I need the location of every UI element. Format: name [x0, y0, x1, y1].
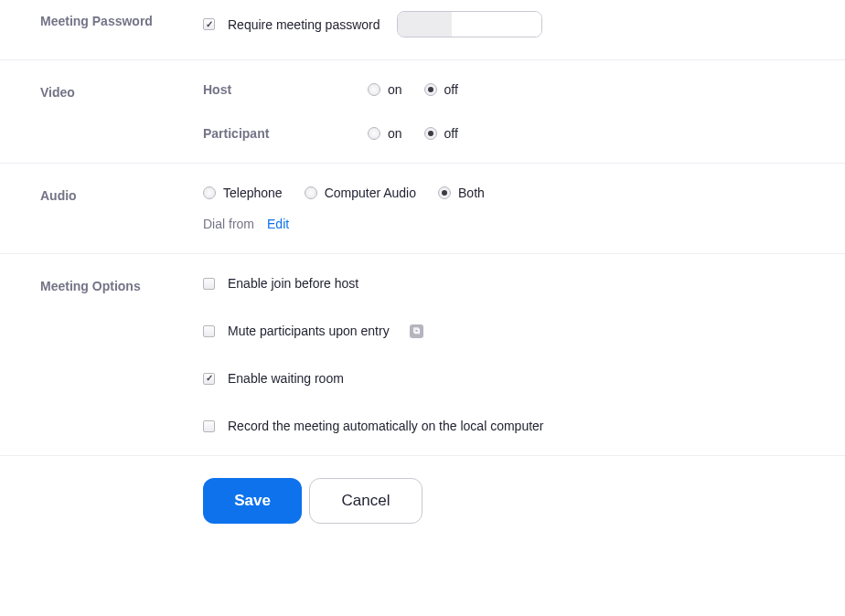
- checkbox-box-icon: [203, 373, 215, 385]
- section-video: Video Host on off Participant on: [0, 60, 845, 164]
- radio-host-on[interactable]: on: [368, 82, 402, 97]
- section-meeting-password: Meeting Password Require meeting passwor…: [0, 0, 845, 60]
- radio-audio-telephone[interactable]: Telephone: [203, 186, 283, 200]
- checkbox-box-icon: [203, 278, 215, 290]
- radio-host-off[interactable]: off: [424, 82, 458, 97]
- edit-link[interactable]: Edit: [267, 217, 289, 231]
- label-participant: Participant: [203, 126, 368, 141]
- password-input-prefix: [398, 12, 452, 37]
- radio-audio-computer[interactable]: Computer Audio: [305, 186, 416, 200]
- label-host: Host: [203, 82, 368, 97]
- checkbox-box-icon: [203, 18, 215, 30]
- checkbox-waiting-room[interactable]: Enable waiting room: [203, 371, 845, 386]
- checkbox-join-before-host[interactable]: Enable join before host: [203, 276, 845, 291]
- password-input[interactable]: [397, 11, 542, 37]
- radio-icon: [424, 127, 437, 140]
- checkbox-require-password[interactable]: Require meeting password: [203, 17, 380, 32]
- label-audio: Audio: [0, 186, 203, 231]
- radio-group-host-video: on off: [368, 82, 458, 97]
- checkbox-box-icon: [203, 325, 215, 337]
- radio-group-audio: Telephone Computer Audio Both: [203, 186, 845, 200]
- label-meeting-password: Meeting Password: [0, 11, 203, 37]
- cancel-button[interactable]: Cancel: [309, 478, 422, 524]
- checkbox-require-password-label: Require meeting password: [228, 17, 380, 32]
- radio-audio-both[interactable]: Both: [438, 186, 485, 200]
- radio-icon: [203, 186, 216, 199]
- dial-from-label: Dial from: [203, 217, 254, 231]
- button-row: Save Cancel: [0, 456, 845, 546]
- radio-group-participant-video: on off: [368, 126, 458, 141]
- password-input-field: [452, 12, 541, 37]
- radio-participant-off[interactable]: off: [424, 126, 458, 141]
- radio-icon: [438, 186, 451, 199]
- radio-icon: [368, 127, 380, 140]
- checkbox-mute-on-entry[interactable]: Mute participants upon entry ⧉: [203, 324, 845, 338]
- checkbox-record-local[interactable]: Record the meeting automatically on the …: [203, 419, 845, 433]
- info-icon[interactable]: ⧉: [410, 324, 423, 338]
- dial-from-row: Dial from Edit: [203, 217, 845, 231]
- section-meeting-options: Meeting Options Enable join before host …: [0, 254, 845, 456]
- radio-icon: [305, 186, 317, 199]
- radio-icon: [424, 83, 437, 96]
- checkbox-box-icon: [203, 420, 215, 432]
- label-video: Video: [0, 82, 203, 141]
- radio-icon: [368, 83, 380, 96]
- label-meeting-options: Meeting Options: [0, 276, 203, 433]
- save-button[interactable]: Save: [203, 478, 302, 524]
- section-audio: Audio Telephone Computer Audio Both Dial…: [0, 164, 845, 254]
- radio-participant-on[interactable]: on: [368, 126, 402, 141]
